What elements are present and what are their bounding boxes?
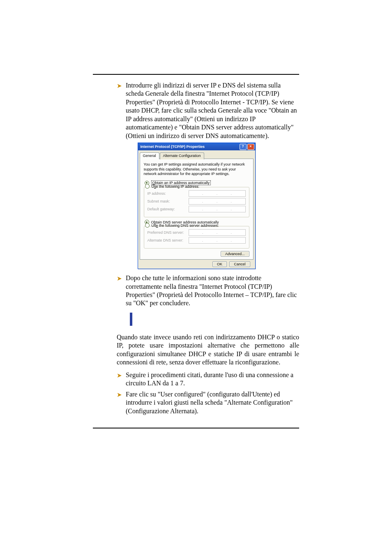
bullet-arrow-icon: ➤ [117,371,126,380]
tcpip-properties-dialog: Internet Protocol (TCP/IP) Properties ? … [138,143,256,269]
use-ip-fieldset: Use the following IP address: IP address… [144,187,249,217]
bullet-text-2: Dopo che tutte le informazioni sono stat… [126,274,299,308]
label-alternate-dns: Alternate DNS server: [148,238,189,242]
radio-use-dns[interactable]: Use the following DNS server addresses: [145,223,246,228]
preferred-dns-input: ... [189,229,246,236]
alternate-dns-input: ... [189,237,246,244]
bullet-text-4: Fare clic su "User configured" (configur… [126,390,299,415]
close-icon[interactable]: × [247,144,254,150]
bullet-arrow-icon: ➤ [117,81,126,90]
body-paragraph-1: Quando state invece usando reti con indi… [117,333,299,367]
radio-use-ip[interactable]: Use the following IP address: [145,184,246,189]
label-preferred-dns: Preferred DNS server: [148,230,189,235]
radio-use-ip-label: Use the following IP address: [152,184,199,189]
subnet-mask-input: ... [189,198,246,205]
label-default-gateway: Default gateway: [148,207,189,211]
bullet-arrow-icon: ➤ [117,274,126,283]
default-gateway-input: ... [189,206,246,212]
dialog-titlebar[interactable]: Internet Protocol (TCP/IP) Properties ? … [138,143,255,150]
dialog-intro-text: You can get IP settings assigned automat… [144,162,249,176]
top-divider [93,74,299,75]
help-icon[interactable]: ? [240,144,247,150]
bottom-divider [93,428,299,428]
advanced-button[interactable]: Advanced... [221,251,249,257]
dialog-title-text: Internet Protocol (TCP/IP) Properties [141,145,205,149]
bullet-arrow-icon: ➤ [117,390,126,399]
label-ip-address: IP address: [148,191,189,196]
label-subnet-mask: Subnet mask: [148,199,189,203]
ok-button[interactable]: OK [212,261,227,267]
tab-general[interactable]: General [140,152,159,159]
cancel-button[interactable]: Cancel [229,261,250,267]
bullet-text-1: Introdurre gli indirizzi di server IP e … [126,81,299,140]
use-dns-fieldset: Use the following DNS server addresses: … [144,226,249,249]
bullet-text-3: Seguire i procedimenti citati, durante l… [126,371,299,388]
ip-address-input: ... [189,190,246,197]
radio-use-dns-label: Use the following DNS server addresses: [152,223,219,228]
tab-alternate-configuration[interactable]: Alternate Configuration [160,152,204,159]
decorative-divider [130,313,299,326]
